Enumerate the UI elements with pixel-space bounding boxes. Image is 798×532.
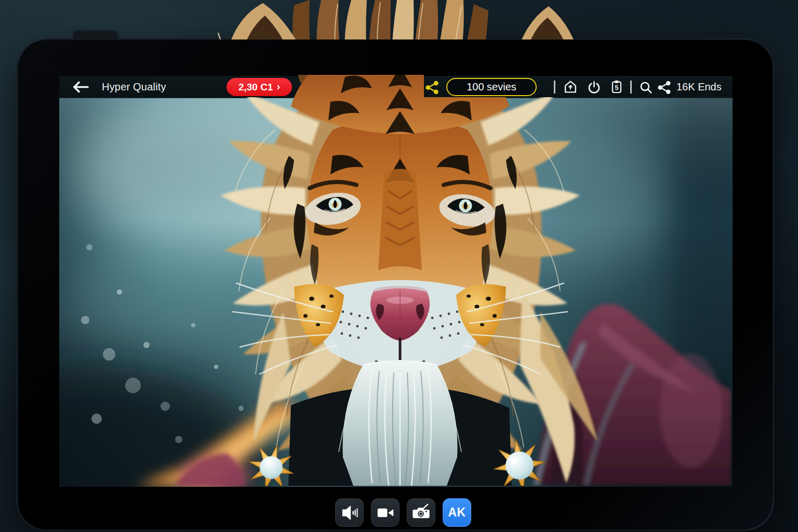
- series-badge[interactable]: 100 sevies: [446, 78, 537, 96]
- camera-button[interactable]: [407, 498, 435, 527]
- status-text: 16K Ends: [676, 76, 722, 98]
- version-badge[interactable]: 2,30 C1 ›: [227, 78, 292, 96]
- home-button[interactable]: [563, 79, 578, 94]
- chevron-right-icon: ›: [276, 81, 280, 92]
- arrow-left-icon: [74, 83, 88, 92]
- search-button[interactable]: [639, 80, 653, 95]
- top-bar: Hyper Quality 2,30 C1 › 100 sevies: [59, 76, 733, 98]
- clipboard-button[interactable]: 5: [609, 79, 624, 94]
- tablet-device: Hyper Quality 2,30 C1 › 100 sevies: [17, 38, 774, 531]
- page-background: Hyper Quality 2,30 C1 › 100 sevies: [0, 0, 798, 532]
- ak-button-label: AK: [448, 506, 466, 520]
- video-camera-icon: [371, 499, 399, 527]
- share-icon: [657, 81, 671, 95]
- speaker-icon: [336, 499, 363, 527]
- clipboard-icon: 5: [610, 79, 623, 94]
- clipboard-count: 5: [615, 84, 619, 91]
- divider: [554, 81, 555, 94]
- version-badge-label: 2,30 C1: [238, 82, 273, 93]
- screen[interactable]: [59, 76, 733, 487]
- home-icon: [563, 79, 578, 94]
- ak-button[interactable]: AK: [443, 498, 471, 527]
- share-button-yellow[interactable]: [424, 80, 439, 95]
- background-art: [59, 76, 733, 487]
- search-icon: [639, 81, 653, 95]
- back-button[interactable]: [71, 79, 91, 95]
- series-badge-label: 100 sevies: [467, 81, 516, 93]
- page-title: Hyper Quality: [102, 76, 166, 98]
- share-button[interactable]: [657, 80, 671, 95]
- share-icon: [425, 81, 439, 95]
- bottom-dock: AK: [335, 498, 471, 527]
- power-button[interactable]: [587, 80, 601, 95]
- divider: [630, 81, 632, 94]
- camera-icon: [407, 499, 435, 527]
- speaker-button[interactable]: [335, 498, 364, 527]
- video-button[interactable]: [371, 498, 400, 527]
- power-icon: [587, 81, 601, 95]
